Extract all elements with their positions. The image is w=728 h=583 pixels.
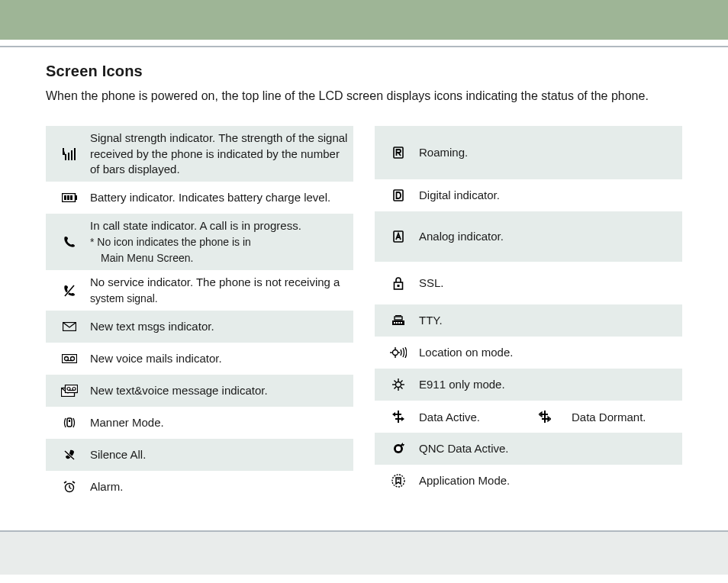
left-column: Signal strength indicator. The strength … <box>46 126 353 503</box>
svg-rect-10 <box>70 195 72 200</box>
intro-paragraph: When the phone is powered on, the top li… <box>46 88 682 105</box>
silence-all-desc: Silence All. <box>90 447 349 462</box>
svg-point-16 <box>71 357 75 361</box>
tty-desc: TTY. <box>419 313 678 328</box>
section-heading: Screen Icons <box>46 63 682 80</box>
icon-table: Signal strength indicator. The strength … <box>46 126 682 503</box>
table-row: Alarm. <box>46 471 353 503</box>
text-voice-combo-desc: New text&voice message indicator. <box>90 383 349 398</box>
alarm-icon <box>49 481 90 493</box>
table-row: E911 only mode. <box>375 369 682 401</box>
table-row: QNC Data Active. <box>375 433 682 465</box>
e911-only-desc: E911 only mode. <box>419 377 678 392</box>
signal-strength-desc: Signal strength indicator. The strength … <box>90 130 349 177</box>
location-on-icon <box>378 347 419 358</box>
new-voicemail-icon <box>49 354 90 363</box>
no-service-icon <box>49 285 90 297</box>
manner-mode-icon <box>49 416 90 430</box>
data-dormant-icon <box>518 411 572 423</box>
application-mode-desc: Application Mode. <box>419 473 678 488</box>
svg-rect-38 <box>394 322 395 324</box>
battery-icon <box>49 193 90 202</box>
table-row: Analog indicator. <box>375 211 682 262</box>
table-row: Battery indicator. Indicates battery cha… <box>46 182 353 214</box>
table-row: Silence All. <box>46 439 353 471</box>
svg-rect-4 <box>74 148 76 160</box>
svg-rect-41 <box>401 322 402 324</box>
ssl-icon <box>378 277 419 290</box>
svg-marker-59 <box>392 412 395 417</box>
svg-rect-42 <box>395 317 402 320</box>
svg-rect-8 <box>64 195 66 200</box>
svg-rect-7 <box>76 195 77 200</box>
silence-all-icon <box>49 449 90 461</box>
text-voice-combo-icon <box>49 385 90 397</box>
analog-indicator-desc: Analog indicator. <box>419 229 678 244</box>
right-column: Roaming. Digital indicator. <box>375 126 682 503</box>
table-row: Manner Mode. <box>46 407 353 439</box>
data-dormant-desc: Data Dormant. <box>572 411 671 424</box>
svg-line-56 <box>401 381 403 383</box>
svg-rect-1 <box>65 154 66 160</box>
svg-point-71 <box>392 475 404 487</box>
alarm-desc: Alarm. <box>90 479 349 494</box>
svg-line-29 <box>69 488 72 489</box>
in-call-icon <box>49 236 90 248</box>
no-service-line2: system signal. <box>90 292 349 306</box>
table-row: SSL. <box>375 262 682 304</box>
signal-strength-icon <box>49 148 90 160</box>
table-row: Application Mode. <box>375 465 682 497</box>
roaming-icon <box>378 147 419 159</box>
svg-rect-36 <box>398 285 400 287</box>
bottom-color-band <box>0 532 728 575</box>
svg-point-44 <box>393 350 398 356</box>
table-row: New text msgs indicator. <box>46 311 353 343</box>
svg-marker-61 <box>401 417 404 421</box>
data-row-pair: Data Active. Data Dormant. <box>419 411 678 424</box>
page-content: Screen Icons When the phone is powered o… <box>0 47 728 517</box>
svg-point-15 <box>65 357 69 361</box>
svg-rect-9 <box>67 195 69 200</box>
new-text-desc: New text msgs indicator. <box>90 319 349 334</box>
table-row: Data Active. Data Dormant. <box>375 401 682 433</box>
table-row: Digital indicator. <box>375 179 682 211</box>
qnc-data-active-icon <box>378 443 419 455</box>
svg-rect-23 <box>67 418 72 427</box>
table-row: New text&voice message indicator. <box>46 375 353 407</box>
digital-indicator-desc: Digital indicator. <box>419 188 678 203</box>
battery-desc: Battery indicator. Indicates battery cha… <box>90 190 349 205</box>
table-row: TTY. <box>375 304 682 337</box>
no-service-desc: No service indicator. The phone is not r… <box>90 275 349 306</box>
ssl-desc: SSL. <box>419 275 678 291</box>
table-row: Signal strength indicator. The strength … <box>46 126 353 182</box>
table-row: Roaming. <box>375 126 682 179</box>
top-color-band <box>0 0 728 40</box>
table-row: Location on mode. <box>375 337 682 369</box>
new-text-icon <box>49 322 90 331</box>
manner-mode-desc: Manner Mode. <box>90 415 349 430</box>
in-call-line1: In call state indicator. A call is in pr… <box>90 219 301 232</box>
in-call-line3: Main Menu Screen. <box>90 251 349 266</box>
in-call-line2: * No icon indicates the phone is in <box>90 235 349 250</box>
digital-indicator-icon <box>378 189 419 201</box>
tty-icon <box>378 315 419 326</box>
analog-indicator-icon <box>378 230 419 243</box>
svg-rect-24 <box>69 420 70 422</box>
roaming-desc: Roaming. <box>419 145 678 160</box>
svg-rect-40 <box>398 322 400 324</box>
svg-line-31 <box>72 482 75 483</box>
svg-line-54 <box>395 381 397 383</box>
data-active-icon <box>378 411 419 423</box>
data-active-desc: Data Active. <box>419 411 518 424</box>
in-call-desc: In call state indicator. A call is in pr… <box>90 218 349 266</box>
svg-rect-3 <box>71 150 72 160</box>
table-row: New voice mails indicator. <box>46 343 353 375</box>
table-row: In call state indicator. A call is in pr… <box>46 214 353 270</box>
svg-line-55 <box>401 387 403 389</box>
svg-line-30 <box>64 482 66 483</box>
svg-point-49 <box>396 382 401 388</box>
no-service-line1: No service indicator. The phone is not r… <box>90 275 340 288</box>
location-on-desc: Location on mode. <box>419 345 678 360</box>
svg-rect-39 <box>396 322 398 324</box>
qnc-data-active-desc: QNC Data Active. <box>419 441 678 456</box>
